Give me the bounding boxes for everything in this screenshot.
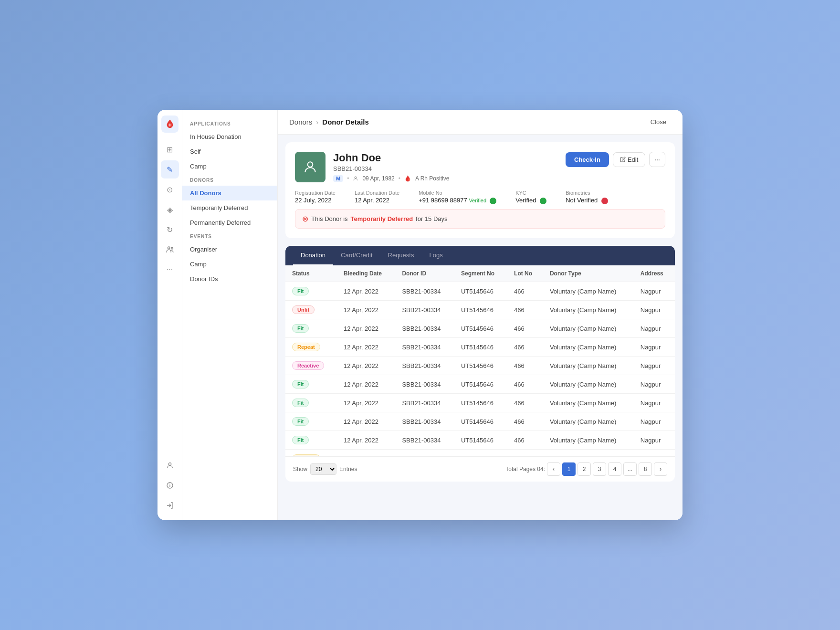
svg-point-0 [168,247,170,249]
sidebar-item-organiser[interactable]: Organiser [182,242,277,257]
kyc-label: KYC [515,190,546,196]
table-row[interactable]: Unfit 12 Apr, 2022 SBB21-00334 UT5145646… [285,301,675,319]
applications-section-title: APPLICATIONS [182,117,277,129]
cell-address: Nagpur [634,301,675,319]
sidebar-item-camp-event[interactable]: Camp [182,257,277,272]
tab-card-credit[interactable]: Card/Credit [333,246,380,265]
cell-donor-id: SBB21-00334 [395,394,454,412]
col-segment-no: Segment No [454,265,507,282]
cell-donor-type: Voluntary (Camp Name) [543,450,634,457]
page-3-button[interactable]: 3 [593,462,606,476]
table-row[interactable]: Fit 12 Apr, 2022 SBB21-00334 UT5145646 4… [285,319,675,338]
breadcrumb: Donors › Donor Details [289,118,369,126]
cell-donor-type: Voluntary (Camp Name) [543,282,634,301]
cell-lot-no: 466 [507,431,543,450]
cell-lot-no: 466 [507,375,543,394]
table-row[interactable]: Fit 12 Apr, 2022 SBB21-00334 UT5145646 4… [285,282,675,301]
nav-logout-icon[interactable] [161,496,179,514]
tab-bar: Donation Card/Credit Requests Logs [285,246,675,265]
nav-camera-icon[interactable]: ⊙ [161,180,179,199]
cell-donor-id: SBB21-00334 [395,301,454,319]
status-badge: Unfit [292,305,315,314]
cell-segment-no: UT5145646 [454,357,507,375]
tab-logs[interactable]: Logs [421,246,450,265]
biometrics-value: Not Verified [566,197,608,204]
sidebar-item-all-donors[interactable]: All Donors [182,186,277,200]
donor-blood-group: A Rh Positive [415,175,449,182]
status-badge: Fit [292,324,309,333]
cell-address: Nagpur [634,282,675,301]
sidebar-item-temporarily-deferred[interactable]: Temporarily Deferred [182,200,277,215]
cell-status: Fit [285,412,337,431]
cell-address: Nagpur [634,338,675,357]
sidebar-item-camp-app[interactable]: Camp [182,159,277,174]
edit-button[interactable]: Edit [613,152,645,167]
nav-info-icon[interactable] [161,476,179,494]
cell-address: Nagpur [634,319,675,338]
col-address: Address [634,265,675,282]
tab-donation[interactable]: Donation [293,246,333,265]
cell-donor-type: Voluntary (Camp Name) [543,319,634,338]
donor-name: John Doe [333,152,558,164]
donor-info: John Doe SBB21-00334 M • 09 Apr, 1982 • … [333,152,558,182]
cell-segment-no: UT5145646 [454,431,507,450]
page-1-button[interactable]: 1 [562,462,576,476]
cell-bleeding-date: 12 Apr, 2022 [337,450,395,457]
show-label: Show [293,466,307,472]
page-prev-button[interactable]: ‹ [547,462,560,476]
sidebar-item-donor-ids[interactable]: Donor IDs [182,272,277,286]
svg-point-7 [308,162,313,167]
cell-bleeding-date: 12 Apr, 2022 [337,394,395,412]
show-entries: Show 20 50 100 Entries [293,463,357,475]
sidebar-item-in-house-donation[interactable]: In House Donation [182,129,277,144]
nav-edit-icon[interactable]: ✎ [161,160,179,178]
sidebar-item-permanently-deferred[interactable]: Permanently Deferred [182,215,277,230]
close-button[interactable]: Close [646,116,671,127]
donation-table: Status Bleeding Date Donor ID Segment No… [285,265,675,456]
breadcrumb-parent[interactable]: Donors [289,118,312,126]
cell-donor-type: Voluntary (Camp Name) [543,394,634,412]
stat-last-donation: Last Donation Date 12 Apr, 2022 [355,190,399,204]
stat-biometrics: Biometrics Not Verified [566,190,608,204]
nav-people-icon[interactable] [161,241,179,259]
page-next-button[interactable]: › [654,462,667,476]
tab-requests[interactable]: Requests [380,246,422,265]
cell-status: Unfit [285,301,337,319]
sidebar-item-self[interactable]: Self [182,144,277,159]
table-row[interactable]: Repeat 12 Apr, 2022 SBB21-00334 UT514564… [285,338,675,357]
donors-section-title: DONORS [182,174,277,186]
donor-stats: Registration Date 22 July, 2022 Last Don… [295,190,665,204]
nav-grid-icon[interactable]: ⊞ [161,140,179,158]
edit-label: Edit [628,156,638,163]
donor-avatar [295,152,326,182]
stat-kyc: KYC Verified [515,190,546,204]
registration-label: Registration Date [295,190,336,196]
table-row[interactable]: Repeat 12 Apr, 2022 SBB21-00334 UT514564… [285,450,675,457]
page-4-button[interactable]: 4 [608,462,621,476]
page-2-button[interactable]: 2 [578,462,591,476]
nav-more-icon[interactable]: ··· [161,261,179,279]
cell-address: Nagpur [634,375,675,394]
table-row[interactable]: Fit 12 Apr, 2022 SBB21-00334 UT5145646 4… [285,375,675,394]
cell-segment-no: UT5145646 [454,450,507,457]
mobile-label: Mobile No [419,190,496,196]
deferred-status-text: Temporarily Deferred [351,215,413,222]
checkin-button[interactable]: Check-In [566,152,609,167]
table-row[interactable]: Reactive 12 Apr, 2022 SBB21-00334 UT5145… [285,357,675,375]
events-section-title: EVENTS [182,230,277,242]
nav-user-icon[interactable] [161,456,179,474]
status-badge: Fit [292,399,309,407]
cell-bleeding-date: 12 Apr, 2022 [337,282,395,301]
more-options-button[interactable]: ··· [649,152,665,167]
breadcrumb-current: Donor Details [322,118,369,126]
table-row[interactable]: Fit 12 Apr, 2022 SBB21-00334 UT5145646 4… [285,431,675,450]
nav-tag-icon[interactable]: ◈ [161,200,179,219]
last-donation-label: Last Donation Date [355,190,399,196]
entries-select[interactable]: 20 50 100 [310,463,336,475]
nav-refresh-icon[interactable]: ↻ [161,220,179,239]
page-8-button[interactable]: 8 [639,462,652,476]
cell-donor-id: SBB21-00334 [395,412,454,431]
cell-donor-id: SBB21-00334 [395,375,454,394]
table-row[interactable]: Fit 12 Apr, 2022 SBB21-00334 UT5145646 4… [285,412,675,431]
table-row[interactable]: Fit 12 Apr, 2022 SBB21-00334 UT5145646 4… [285,394,675,412]
